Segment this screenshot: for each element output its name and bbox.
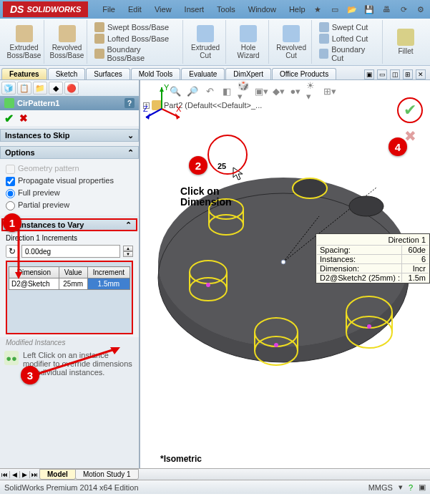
full-preview-radio[interactable]: Full preview: [6, 188, 133, 198]
instances-vary-checkbox[interactable]: [7, 220, 16, 230]
cell-increment[interactable]: 1.5mm: [87, 278, 130, 290]
angle-input[interactable]: [21, 245, 120, 258]
tab-mold-tools[interactable]: Mold Tools: [131, 68, 181, 79]
instance-modifier-icon: ●●: [4, 351, 19, 365]
tab-office-products[interactable]: Office Products: [272, 68, 336, 79]
cell-dimension[interactable]: D2@Sketch: [9, 278, 59, 290]
pm-title-bar: CirPattern1 ?: [0, 96, 139, 110]
menu-insert[interactable]: Insert: [185, 5, 205, 14]
options-icon[interactable]: ⚙: [414, 3, 427, 16]
menu-view[interactable]: View: [155, 5, 172, 14]
dimxpert-mgr-icon[interactable]: ◆: [49, 82, 63, 94]
menu-file[interactable]: File: [102, 5, 115, 14]
swept-boss-button[interactable]: Swept Boss/Base: [94, 22, 169, 32]
status-text: SolidWorks Premium 2014 x64 Edition: [4, 483, 139, 492]
chevron-up-icon[interactable]: ⌃: [127, 148, 134, 158]
open-icon[interactable]: 📂: [346, 3, 358, 16]
print-icon[interactable]: 🖶: [380, 3, 393, 16]
view-icon-1[interactable]: ▣: [364, 69, 374, 79]
vary-table: DimensionValueIncrement D2@Sketch 25mm 1…: [9, 266, 130, 290]
view-icon-4[interactable]: ⊞: [403, 69, 413, 79]
pm-cancel-button[interactable]: ✖: [19, 112, 28, 124]
menu-tools[interactable]: Tools: [217, 5, 235, 14]
units-button[interactable]: MMGS: [368, 483, 393, 492]
extruded-cut-button[interactable]: Extruded Cut: [191, 25, 220, 59]
status-custom-icon[interactable]: ▣: [419, 483, 426, 492]
star-icon[interactable]: ★: [311, 3, 324, 16]
tab-first-button[interactable]: ⏮: [0, 471, 10, 478]
tab-next-button[interactable]: ▶: [20, 471, 30, 478]
quick-access: ★ ▭ 📂 💾 🖶 ⟳ ⚙: [311, 3, 427, 16]
col-value: Value: [59, 267, 87, 278]
fillet-button[interactable]: Fillet: [397, 29, 414, 55]
rebuild-icon[interactable]: ⟳: [397, 3, 410, 16]
tab-surfaces[interactable]: Surfaces: [86, 68, 130, 79]
section-instances-vary[interactable]: Instances to Vary ⌃: [1, 218, 137, 231]
view-icon-2[interactable]: ▭: [377, 69, 387, 79]
status-help-icon[interactable]: ?: [409, 483, 413, 492]
tab-prev-button[interactable]: ◀: [10, 471, 20, 478]
status-bar: SolidWorks Premium 2014 x64 Edition MMGS…: [0, 480, 430, 494]
cell-value[interactable]: 25mm: [59, 278, 87, 290]
svg-point-23: [274, 343, 278, 347]
new-icon[interactable]: ▭: [328, 3, 341, 16]
view-icon-close[interactable]: ✕: [416, 69, 426, 79]
spin-down-button[interactable]: ▼: [123, 251, 133, 257]
tab-evaluate[interactable]: Evaluate: [181, 68, 225, 79]
app-logo: DS SOLIDWORKS: [3, 1, 88, 17]
vary-body: Direction 1 Increments ↻ ▲▼ DimensionVal…: [0, 231, 139, 337]
tab-dimxpert[interactable]: DimXpert: [225, 68, 271, 79]
chevron-down-icon[interactable]: ⌄: [127, 131, 134, 140]
command-tabs: Features Sketch Surfaces Mold Tools Eval…: [0, 66, 430, 80]
chevron-up-icon[interactable]: ⌃: [125, 220, 132, 230]
tab-features[interactable]: Features: [1, 68, 47, 79]
propagate-checkbox[interactable]: Propagate visual properties: [6, 176, 133, 186]
pm-ok-button[interactable]: ✔: [4, 112, 14, 125]
display-mgr-icon[interactable]: 🔴: [64, 82, 79, 94]
spin-up-button[interactable]: ▲: [123, 246, 133, 251]
revolved-cut-button[interactable]: Revolved Cut: [276, 25, 306, 59]
direction-callout[interactable]: Direction 1 Spacing:60de Instances:6 Dim…: [316, 233, 430, 284]
view-triad: X Y Z: [140, 80, 183, 123]
isometric-label: *Isometric: [160, 454, 202, 464]
save-icon[interactable]: 💾: [363, 3, 376, 16]
hole-wizard-button[interactable]: Hole Wizard: [238, 25, 260, 59]
app-name: SOLIDWORKS: [26, 5, 81, 14]
section-options[interactable]: Options ⌃: [0, 146, 139, 159]
view-icon-3[interactable]: ◫: [390, 69, 400, 79]
property-manager: 🧊 📋 📁 ◆ 🔴 CirPattern1 ? ✔ ✖ Instances to…: [0, 80, 140, 468]
svg-text:Z: Z: [143, 105, 148, 113]
callout-title: Direction 1: [317, 235, 429, 245]
pm-help-button[interactable]: ?: [124, 98, 135, 108]
menu-edit[interactable]: Edit: [128, 5, 142, 14]
main-menu: File Edit View Insert Tools Window Help: [102, 5, 305, 14]
section-instances-skip[interactable]: Instances to Skip ⌄: [0, 129, 139, 142]
geometry-pattern-checkbox[interactable]: Geometry pattern: [6, 164, 133, 174]
command-ribbon: Extruded Boss/Base Revolved Boss/Base Sw…: [0, 19, 430, 66]
graphics-area[interactable]: 🔍 🔎 ↶ ◧ 🎲▾ ▣▾ ◆▾ ●▾ ☀▾ ⊞▾ + Part2 (Defau…: [140, 80, 430, 468]
boundary-cut-button[interactable]: Boundary Cut: [319, 45, 378, 62]
tab-sketch[interactable]: Sketch: [48, 68, 86, 79]
tab-model[interactable]: Model: [39, 469, 76, 480]
lofted-cut-button[interactable]: Lofted Cut: [319, 34, 368, 44]
svg-point-25: [293, 178, 327, 198]
bottom-tabs: ⏮ ◀ ▶ ⏭ Model Motion Study 1: [0, 468, 430, 480]
revolved-boss-button[interactable]: Revolved Boss/Base: [50, 25, 84, 59]
partial-preview-radio[interactable]: Partial preview: [6, 200, 133, 210]
svg-text:X: X: [176, 105, 182, 113]
instructions: ●● Left Click on an instance modifier to…: [0, 348, 139, 379]
lofted-boss-button[interactable]: Lofted Boss/Base: [94, 34, 169, 44]
boundary-boss-button[interactable]: Boundary Boss/Base: [94, 45, 178, 62]
feature-tree-icon[interactable]: 🧊: [1, 82, 16, 94]
config-mgr-icon[interactable]: 📁: [33, 82, 47, 94]
pm-title: CirPattern1: [17, 99, 59, 107]
status-rebuild-icon[interactable]: ▾: [399, 483, 403, 492]
tab-motion-study[interactable]: Motion Study 1: [75, 469, 139, 480]
swept-cut-button[interactable]: Swept Cut: [319, 22, 368, 32]
col-increment: Increment: [87, 267, 130, 278]
extruded-boss-button[interactable]: Extruded Boss/Base: [7, 25, 41, 59]
menu-help[interactable]: Help: [289, 5, 306, 14]
menu-window[interactable]: Window: [248, 5, 276, 14]
tab-last-button[interactable]: ⏭: [30, 471, 40, 478]
property-mgr-icon[interactable]: 📋: [17, 82, 31, 94]
